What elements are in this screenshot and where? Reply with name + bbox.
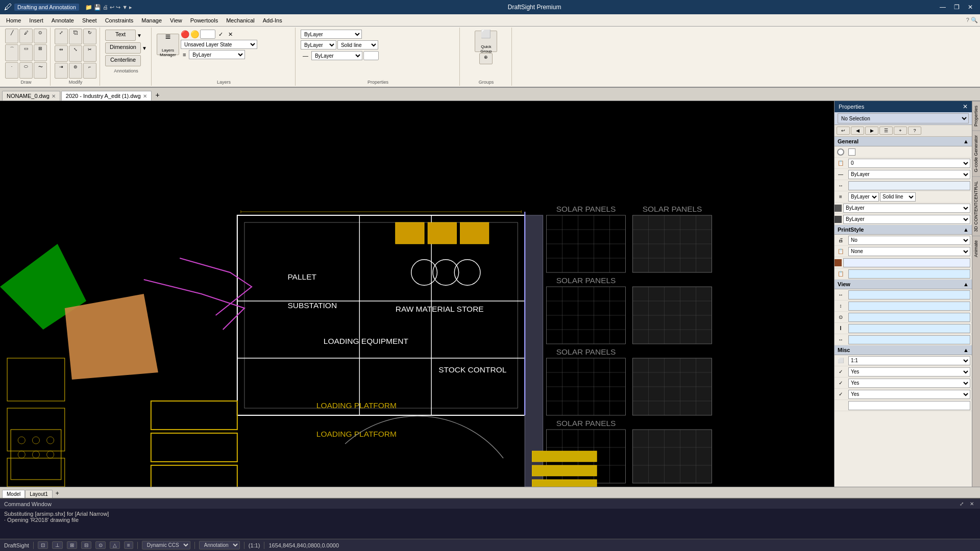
layer-state-select[interactable]: Unsaved Layer State bbox=[181, 40, 257, 49]
menu-home[interactable]: Home bbox=[2, 16, 25, 24]
vz-value-cell[interactable]: 0.0000 bbox=[847, 312, 972, 322]
vheight-value-cell[interactable]: 66.9081 bbox=[847, 323, 972, 334]
command-expand-btn[interactable]: ⤢ bbox=[958, 500, 966, 508]
misc1-value-cell[interactable]: 1:1 bbox=[847, 356, 972, 366]
color-select[interactable]: ByLayer bbox=[301, 30, 362, 39]
linetype-select[interactable]: ByLayer bbox=[301, 40, 336, 49]
ps4-value-cell[interactable]: None bbox=[847, 269, 972, 279]
lineweight-select[interactable]: ByLayer bbox=[311, 51, 362, 60]
osnap-btn[interactable]: ⊙ bbox=[95, 541, 106, 549]
props-nav-back[interactable]: ◀ bbox=[851, 127, 864, 135]
props-back-btn[interactable]: ↩ bbox=[837, 127, 850, 135]
extend-btn[interactable]: ⇥ bbox=[55, 63, 68, 79]
menu-powertools[interactable]: Powertools bbox=[186, 16, 222, 24]
plotstyle-select[interactable]: ByLayer bbox=[843, 204, 970, 213]
misc4-value-cell[interactable]: Yes bbox=[847, 389, 972, 399]
menu-insert[interactable]: Insert bbox=[25, 16, 47, 24]
mirror-btn[interactable]: ⇔ bbox=[55, 45, 68, 61]
linetype-value-cell[interactable]: ByLayer bbox=[847, 169, 972, 180]
centerline-btn[interactable]: Centerline bbox=[105, 55, 141, 66]
scale-value-input[interactable]: 1.0000 bbox=[848, 181, 970, 190]
linetype2-value-cell[interactable]: ByLayer bbox=[842, 214, 972, 224]
model-tab[interactable]: Model bbox=[2, 490, 25, 498]
help-icon[interactable]: ? 🔍 bbox=[966, 17, 978, 23]
misc3-value-cell[interactable]: Yes bbox=[847, 378, 972, 388]
ps3-value-cell[interactable]: ByColor bbox=[842, 258, 972, 268]
doc-tab-add[interactable]: + bbox=[153, 89, 163, 101]
menu-annotate[interactable]: Annotate bbox=[47, 16, 78, 24]
misc2-select[interactable]: Yes bbox=[848, 367, 970, 377]
linestyle-select[interactable]: Solid line bbox=[337, 40, 378, 49]
command-close-btn[interactable]: ✕ bbox=[968, 500, 976, 508]
dimension-btn[interactable]: Dimension bbox=[105, 42, 141, 54]
quick-group-btn[interactable]: ⬜ Quick Group bbox=[475, 31, 497, 52]
ps2-value-cell[interactable]: None bbox=[847, 246, 972, 257]
edge-tab-properties[interactable]: Properties bbox=[972, 101, 980, 131]
lw-type-select[interactable]: Solid line bbox=[880, 192, 916, 202]
misc1-select[interactable]: 1:1 bbox=[848, 356, 970, 365]
view-section-header[interactable]: View ▲ bbox=[835, 280, 972, 289]
lw-label-select[interactable]: ByLayer bbox=[848, 192, 879, 202]
props-nav-forward[interactable]: ▶ bbox=[865, 127, 878, 135]
layer-value-select[interactable]: 0 bbox=[848, 159, 970, 168]
doc-tab-1[interactable]: 2020 - Industry A_edit (1).dwg ✕ bbox=[61, 91, 152, 101]
scale-value-cell[interactable]: 1.0000 bbox=[847, 181, 972, 191]
ps3-input[interactable]: ByColor bbox=[843, 258, 970, 267]
layers-manager-btn[interactable]: ≡ Layers Manager bbox=[157, 34, 179, 55]
canvas-area[interactable]: SOLAR PANELS SOLAR PANELS bbox=[0, 101, 834, 487]
menu-addins[interactable]: Add-Ins bbox=[259, 16, 286, 24]
layout1-tab[interactable]: Layout1 bbox=[25, 490, 53, 498]
misc2-value-cell[interactable]: Yes bbox=[847, 367, 972, 377]
move-btn[interactable]: ⤢ bbox=[55, 29, 68, 44]
props-close-btn[interactable]: ✕ bbox=[963, 103, 968, 110]
close-button[interactable]: ✕ bbox=[965, 3, 976, 12]
arc-btn[interactable]: ⌒ bbox=[5, 44, 18, 61]
vwidth-value-cell[interactable]: 148.6846 bbox=[847, 335, 972, 345]
polyline-btn[interactable]: 🖊 bbox=[19, 29, 33, 43]
group-extra-btn[interactable]: ⊕ bbox=[479, 53, 493, 64]
dynamic-ccs-select[interactable]: Dynamic CCS bbox=[142, 541, 190, 549]
annotation-select[interactable]: Annotation bbox=[199, 541, 240, 549]
layer-value-cell[interactable]: 0 bbox=[847, 158, 972, 168]
ortho-btn[interactable]: ⊟ bbox=[81, 541, 91, 549]
offset-btn[interactable]: ⊜ bbox=[69, 63, 82, 79]
minimize-button[interactable]: — bbox=[937, 3, 949, 12]
vy-value-cell[interactable]: 805.0609 bbox=[847, 301, 972, 311]
ellipse-btn[interactable]: ⬭ bbox=[19, 62, 33, 79]
ps1-select[interactable]: No bbox=[848, 236, 970, 245]
menu-manage[interactable]: Manage bbox=[137, 16, 166, 24]
vx-value-cell[interactable]: 1591.6544 bbox=[847, 290, 972, 300]
trim-btn[interactable]: ✂ bbox=[83, 45, 96, 61]
lineweight-input[interactable]: 0 bbox=[363, 51, 379, 60]
polar-btn[interactable]: ⊥ bbox=[52, 541, 63, 549]
edge-tab-animate[interactable]: Animate bbox=[972, 236, 980, 261]
tracking-btn[interactable]: △ bbox=[110, 541, 120, 549]
linetype-value-select[interactable]: ByLayer bbox=[848, 170, 970, 179]
add-layout-btn[interactable]: + bbox=[53, 489, 62, 498]
vy-input[interactable]: 805.0609 bbox=[848, 302, 970, 311]
linetype2-select[interactable]: ByLayer bbox=[843, 215, 970, 224]
selection-dropdown[interactable]: No Selection bbox=[838, 113, 969, 123]
menu-sheet[interactable]: Sheet bbox=[78, 16, 101, 24]
text-btn[interactable]: Text bbox=[105, 30, 136, 41]
ps4-input[interactable]: None bbox=[848, 269, 970, 279]
rect-btn[interactable]: ▭ bbox=[19, 44, 33, 61]
fillet-btn[interactable]: ⌐ bbox=[83, 63, 96, 79]
restore-button[interactable]: ❐ bbox=[951, 3, 963, 12]
menu-constraints[interactable]: Constraints bbox=[101, 16, 138, 24]
edge-tab-3d[interactable]: 3D CONTENTCENTRAL bbox=[972, 177, 980, 236]
props-nav-add[interactable]: + bbox=[894, 127, 907, 135]
menu-view[interactable]: View bbox=[166, 16, 186, 24]
ps1-value-cell[interactable]: No bbox=[847, 235, 972, 245]
layer-x-btn[interactable]: ✕ bbox=[226, 30, 235, 39]
vwidth-input[interactable]: 148.6846 bbox=[848, 335, 970, 344]
rotate-btn[interactable]: ↻ bbox=[83, 29, 96, 44]
layer-check-btn[interactable]: ✓ bbox=[216, 30, 225, 39]
line-btn[interactable]: ╱ bbox=[5, 29, 18, 43]
vheight-input[interactable]: 66.9081 bbox=[848, 324, 970, 333]
misc5-input[interactable] bbox=[848, 401, 970, 410]
snap-btn[interactable]: ⊡ bbox=[38, 541, 48, 549]
layer-number-input[interactable]: 0 bbox=[200, 30, 215, 39]
lineweight-toggle[interactable]: ≡ bbox=[124, 541, 133, 549]
props-nav-list[interactable]: ☰ bbox=[879, 127, 893, 135]
